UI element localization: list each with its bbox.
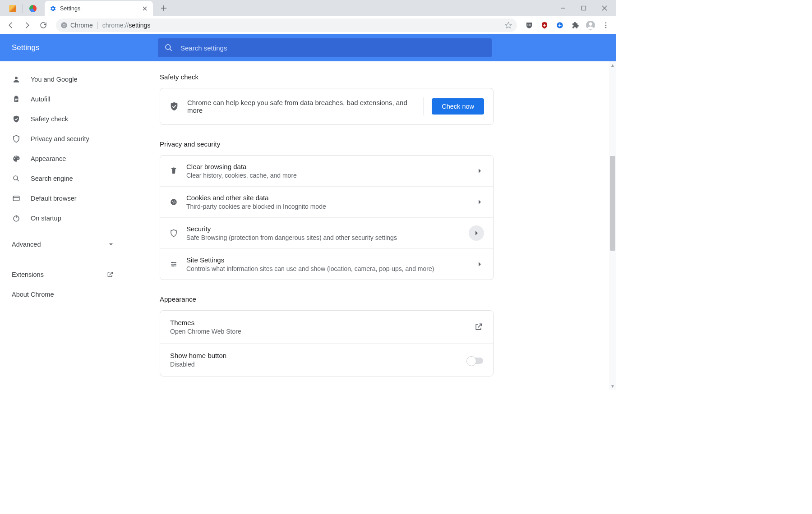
sidebar-item-privacy[interactable]: Privacy and security	[0, 129, 127, 149]
sidebar-about-link[interactable]: About Chrome	[0, 285, 127, 304]
kebab-menu-icon[interactable]	[601, 20, 611, 30]
svg-text:u0: u0	[527, 23, 531, 26]
svg-point-29	[175, 202, 175, 203]
sidebar-item-label: Privacy and security	[31, 135, 89, 142]
sidebar-item-label: Default browser	[31, 195, 77, 202]
reload-button[interactable]	[36, 18, 51, 32]
person-icon	[12, 75, 21, 83]
row-title: Security	[186, 225, 469, 233]
svg-rect-18	[15, 101, 17, 101]
sidebar-item-you-and-google[interactable]: You and Google	[0, 69, 127, 89]
svg-point-26	[172, 201, 173, 202]
chevron-right-icon	[475, 169, 484, 173]
home-button-toggle[interactable]	[468, 358, 483, 364]
browser-icon	[12, 194, 21, 202]
appearance-card: ThemesOpen Chrome Web Store Show home bu…	[160, 310, 494, 376]
extension-circle-blue-icon[interactable]	[555, 20, 565, 30]
content-area: Safety check Chrome can help keep you sa…	[127, 61, 616, 390]
tab-strip: Settings	[0, 0, 616, 16]
row-clear-browsing-data[interactable]: Clear browsing dataClear history, cookie…	[160, 156, 493, 186]
sidebar-item-autofill[interactable]: Autofill	[0, 89, 127, 109]
window-close[interactable]	[598, 2, 611, 14]
svg-point-30	[172, 262, 173, 263]
new-tab-button[interactable]	[157, 2, 170, 14]
svg-rect-15	[15, 96, 18, 97]
search-icon	[12, 174, 21, 183]
sidebar-item-on-startup[interactable]: On startup	[0, 208, 127, 228]
extension-shield-red-icon[interactable]	[540, 20, 549, 30]
settings-header: Settings	[0, 34, 616, 61]
sidebar-advanced-toggle[interactable]: Advanced	[0, 234, 127, 254]
extension-ublock-icon[interactable]: u0	[524, 20, 534, 30]
extensions-puzzle-icon[interactable]	[570, 20, 580, 30]
svg-line-20	[17, 179, 19, 181]
bookmark-star-icon[interactable]	[504, 21, 512, 29]
scroll-up-icon[interactable]: ▲	[609, 61, 616, 69]
sidebar-item-label: Appearance	[31, 155, 66, 162]
search-icon	[164, 43, 173, 52]
row-themes[interactable]: ThemesOpen Chrome Web Store	[160, 311, 493, 343]
row-sub: Clear history, cookies, cache, and more	[186, 172, 475, 179]
window-maximize[interactable]	[577, 2, 590, 14]
forward-button[interactable]	[20, 18, 34, 32]
window-minimize[interactable]	[557, 2, 569, 14]
omnibox[interactable]: Chrome chrome://settings	[56, 18, 517, 32]
svg-point-27	[174, 201, 175, 202]
search-settings-box[interactable]	[158, 38, 492, 57]
sidebar-item-label: On startup	[31, 215, 61, 222]
svg-point-7	[589, 22, 592, 25]
cookie-icon	[169, 198, 178, 206]
svg-point-25	[171, 199, 177, 205]
row-title: Site Settings	[186, 256, 475, 264]
row-show-home-button[interactable]: Show home buttonDisabled	[160, 343, 493, 376]
chrome-icon	[60, 22, 68, 29]
svg-rect-17	[15, 99, 18, 100]
row-sub: Disabled	[170, 361, 468, 368]
sidebar-item-default-browser[interactable]: Default browser	[0, 188, 127, 208]
scrollbar-thumb[interactable]	[610, 156, 615, 251]
scrollbar[interactable]: ▲ ▼	[609, 61, 616, 390]
sidebar-item-appearance[interactable]: Appearance	[0, 149, 127, 169]
svg-point-8	[605, 22, 607, 23]
svg-point-28	[173, 202, 174, 203]
shield-check-icon	[169, 101, 179, 111]
row-title: Cookies and other site data	[186, 194, 475, 202]
row-security[interactable]: SecuritySafe Browsing (protection from d…	[160, 217, 493, 248]
sidebar-item-search-engine[interactable]: Search engine	[0, 169, 127, 188]
section-title-privacy: Privacy and security	[160, 140, 494, 148]
sidebar-extensions-link[interactable]: Extensions	[0, 265, 127, 285]
row-site-settings[interactable]: Site SettingsControls what information s…	[160, 248, 493, 280]
row-cookies[interactable]: Cookies and other site dataThird-party c…	[160, 186, 493, 217]
shield-check-icon	[12, 115, 21, 123]
site-chip: Chrome	[60, 22, 93, 29]
site-chip-label: Chrome	[70, 22, 93, 29]
favicon-pin-1	[9, 5, 16, 12]
chevron-right-hover-icon	[469, 225, 484, 241]
close-tab-icon[interactable]	[141, 5, 148, 12]
check-now-button[interactable]: Check now	[432, 98, 484, 115]
row-sub: Safe Browsing (protection from dangerous…	[186, 234, 469, 241]
tune-icon	[169, 260, 178, 268]
favicon-pin-2	[29, 5, 37, 12]
scroll-down-icon[interactable]: ▼	[609, 382, 616, 390]
search-settings-input[interactable]	[180, 44, 485, 52]
extensions-label: Extensions	[12, 271, 44, 278]
chevron-down-icon	[108, 242, 114, 247]
safety-check-card: Chrome can help keep you safe from data …	[160, 88, 494, 125]
toolbar: Chrome chrome://settings u0	[0, 16, 616, 34]
palette-icon	[12, 155, 21, 163]
pinned-tab-1[interactable]	[6, 2, 19, 15]
tab-settings[interactable]: Settings	[45, 1, 153, 16]
pinned-tab-2[interactable]	[27, 2, 39, 15]
svg-point-31	[175, 264, 176, 265]
profile-avatar-icon[interactable]	[586, 20, 595, 30]
open-external-icon	[474, 322, 483, 331]
back-button[interactable]	[4, 18, 18, 32]
clipboard-icon	[12, 95, 21, 103]
sidebar-item-safety-check[interactable]: Safety check	[0, 109, 127, 129]
chevron-right-icon	[475, 200, 484, 204]
svg-rect-0	[582, 6, 586, 10]
row-title: Themes	[170, 319, 474, 326]
pinned-separator	[23, 4, 23, 13]
sidebar-item-label: Search engine	[31, 175, 73, 182]
